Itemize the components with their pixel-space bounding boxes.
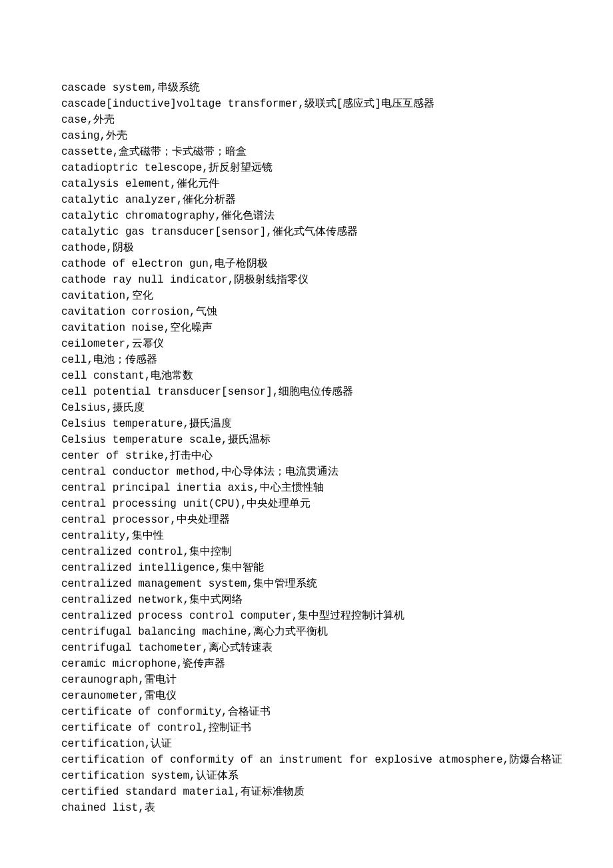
glossary-entry: central conductor method,中心导体法；电流贯通法 — [40, 464, 573, 480]
glossary-entry: certificate of control,控制证书 — [40, 720, 573, 736]
glossary-entry: centralized intelligence,集中智能 — [40, 560, 573, 576]
glossary-entry: cascade system,串级系统 — [40, 80, 573, 96]
glossary-entry: certification,认证 — [40, 736, 573, 752]
glossary-entry: catadioptric telescope,折反射望远镜 — [40, 160, 573, 176]
glossary-entry: Celsius temperature,摄氏温度 — [40, 416, 573, 432]
glossary-entry: cathode ray null indicator,阴极射线指零仪 — [40, 272, 573, 288]
glossary-entry: cathode,阴极 — [40, 240, 573, 256]
glossary-entry: cell constant,电池常数 — [40, 368, 573, 384]
glossary-entry: centrifugal tachometer,离心式转速表 — [40, 640, 573, 656]
glossary-entry: certificate of conformity,合格证书 — [40, 704, 573, 720]
glossary-entry: cascade[inductive]voltage transformer,级联… — [40, 96, 573, 112]
glossary-entry: cathode of electron gun,电子枪阴极 — [40, 256, 573, 272]
glossary-entry: case,外壳 — [40, 112, 573, 128]
glossary-entry: chained list,表 — [40, 800, 573, 816]
glossary-entry: catalysis element,催化元件 — [40, 176, 573, 192]
glossary-entry: ceraunometer,雷电仪 — [40, 688, 573, 704]
glossary-entry: certification of conformity of an instru… — [40, 752, 573, 768]
glossary-entry: casing,外壳 — [40, 128, 573, 144]
glossary-entry: ceraunograph,雷电计 — [40, 672, 573, 688]
glossary-entry: centralized management system,集中管理系统 — [40, 576, 573, 592]
glossary-entry: centralized control,集中控制 — [40, 544, 573, 560]
glossary-entry: centrality,集中性 — [40, 528, 573, 544]
glossary-entry: cavitation noise,空化噪声 — [40, 320, 573, 336]
glossary-entry: catalytic chromatography,催化色谱法 — [40, 208, 573, 224]
glossary-entry: ceramic microphone,瓷传声器 — [40, 656, 573, 672]
glossary-entry: catalytic analyzer,催化分析器 — [40, 192, 573, 208]
glossary-entry: central principal inertia axis,中心主惯性轴 — [40, 480, 573, 496]
glossary-entry: central processor,中央处理器 — [40, 512, 573, 528]
glossary-entry: Celsius temperature scale,摄氏温标 — [40, 432, 573, 448]
glossary-entry: centrifugal balancing machine,离心力式平衡机 — [40, 624, 573, 640]
glossary-entry: cassette,盒式磁带；卡式磁带；暗盒 — [40, 144, 573, 160]
glossary-entry: cell,电池；传感器 — [40, 352, 573, 368]
document-page: cascade system,串级系统cascade[inductive]vol… — [0, 0, 613, 856]
glossary-entry: center of strike,打击中心 — [40, 448, 573, 464]
glossary-list: cascade system,串级系统cascade[inductive]vol… — [40, 80, 573, 816]
glossary-entry: catalytic gas transducer[sensor],催化式气体传感… — [40, 224, 573, 240]
glossary-entry: ceilometer,云幂仪 — [40, 336, 573, 352]
glossary-entry: certified standard material,有证标准物质 — [40, 784, 573, 800]
glossary-entry: centralized network,集中式网络 — [40, 592, 573, 608]
glossary-entry: cavitation corrosion,气蚀 — [40, 304, 573, 320]
glossary-entry: Celsius,摄氏度 — [40, 400, 573, 416]
glossary-entry: centralized process control computer,集中型… — [40, 608, 573, 624]
glossary-entry: certification system,认证体系 — [40, 768, 573, 784]
glossary-entry: cavitation,空化 — [40, 288, 573, 304]
glossary-entry: central processing unit(CPU),中央处理单元 — [40, 496, 573, 512]
glossary-entry: cell potential transducer[sensor],细胞电位传感… — [40, 384, 573, 400]
